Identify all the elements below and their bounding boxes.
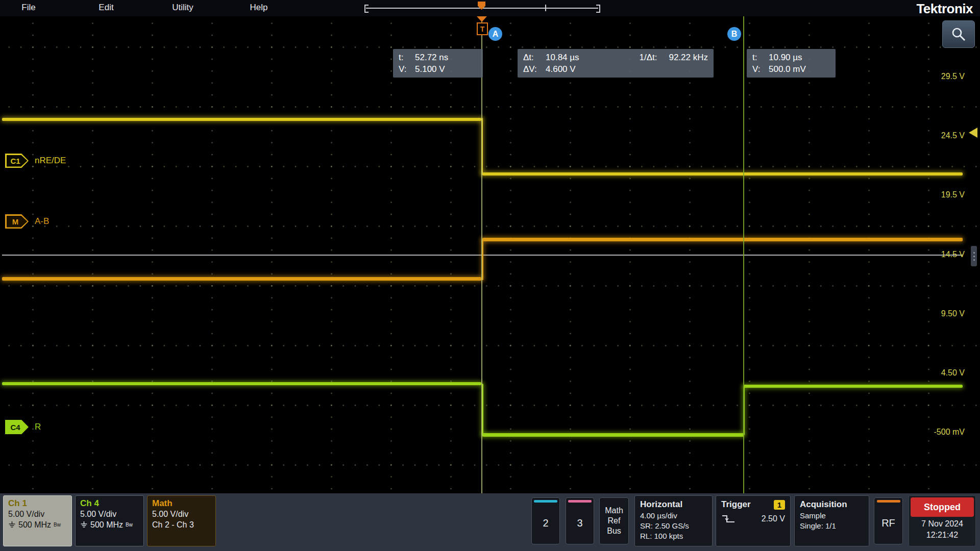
readout-a-t-label: t:: [399, 52, 415, 63]
rf-button-label: RF: [881, 503, 895, 544]
cursor-b-readout: t:10.90 µs V:500.0 mV: [747, 49, 836, 78]
cursor-b-line[interactable]: [743, 16, 744, 493]
acquisition-panel[interactable]: Acquisition Sample Single: 1/1: [794, 495, 869, 546]
menu-help[interactable]: Help: [250, 3, 268, 13]
tektronix-logo: Tektronix: [916, 1, 973, 17]
ch3-button[interactable]: 3: [566, 497, 594, 544]
readout-a-v-value: 5.100 V: [415, 63, 445, 75]
ch1-badge-title: Ch 1: [8, 498, 67, 509]
scale-label-19-5v: 19.5 V: [909, 190, 965, 199]
scale-label-29-5v: 29.5 V: [909, 72, 965, 81]
readout-a-t-value: 52.72 ns: [415, 52, 448, 63]
bottom-status-bar: Ch 1 5.00 V/div 500 MHzBw Ch 4 5.00 V/di…: [0, 493, 980, 551]
horizontal-scale: 4.00 µs/div: [640, 511, 707, 521]
run-status-panel: Stopped 7 Nov 2024 12:21:42: [909, 495, 976, 546]
ch1-trace-right: [482, 172, 963, 176]
menu-edit[interactable]: Edit: [99, 3, 113, 13]
math-trace-right: [482, 238, 963, 241]
cursor-a-readout: t:52.72 ns V:5.100 V: [393, 49, 483, 78]
trigger-flag[interactable]: T: [477, 22, 488, 35]
ch1-trace-left: [2, 118, 481, 121]
ch4-badge-scale: 5.00 V/div: [80, 509, 139, 519]
zoom-button[interactable]: [942, 20, 975, 48]
math-trace-label: A-B: [35, 216, 49, 227]
readout-b-t-value: 10.90 µs: [769, 52, 802, 63]
scale-label-14-5v: 14.5 V: [909, 250, 965, 259]
ch4-trace-label: R: [35, 422, 41, 432]
scale-label-4-50v: 4.50 V: [909, 368, 965, 378]
ground-icon: [8, 521, 16, 528]
math-tag[interactable]: M: [5, 214, 29, 229]
cursor-b-badge[interactable]: B: [727, 27, 741, 41]
math-badge-source: Ch 2 - Ch 3: [152, 519, 211, 530]
ch1-trace-label: nRE/DE: [35, 156, 66, 166]
trigger-source-badge: 1: [774, 500, 785, 510]
horizontal-panel[interactable]: Horizontal 4.00 µs/div SR: 2.50 GS/s RL:…: [634, 495, 713, 546]
math-trace-left: [2, 277, 481, 281]
acquisition-progress: Single: 1/1: [800, 521, 864, 531]
delta-readout: Δt:10.84 µs 1/Δt:92.22 kHz ΔV:4.600 V: [518, 49, 714, 78]
menu-file[interactable]: File: [21, 3, 35, 13]
readout-invdt-value: 92.22 kHz: [669, 52, 708, 63]
cursor-a-badge[interactable]: A: [488, 27, 502, 41]
math-badge[interactable]: Math 5.00 V/div Ch 2 - Ch 3: [147, 495, 216, 546]
readout-dv-value: 4.600 V: [546, 63, 576, 75]
scale-label-24-5v: 24.5 V: [909, 131, 965, 140]
ch4-trace-right: [744, 385, 963, 388]
ch3-button-label: 3: [577, 503, 582, 544]
scale-label-9-50v: 9.50 V: [909, 309, 965, 318]
readout-b-v-label: V:: [752, 63, 769, 75]
ch4-badge[interactable]: Ch 4 5.00 V/div 500 MHzBw: [75, 495, 144, 546]
mrb-label-bus: Bus: [607, 527, 621, 536]
ch1-badge-bw-sub: Bw: [54, 519, 61, 530]
ch2-button[interactable]: 2: [531, 497, 560, 544]
scale-label-neg500mv: -500 mV: [909, 428, 965, 437]
ch4-badge-title: Ch 4: [80, 498, 139, 509]
channel-level-arrow[interactable]: [969, 128, 977, 138]
math-badge-title: Math: [152, 498, 211, 509]
oscilloscope-screen: File Edit Utility Help Tektronix T A: [0, 0, 980, 551]
ch1-badge-scale: 5.00 V/div: [8, 509, 67, 519]
mrb-label-ref: Ref: [608, 516, 621, 525]
ch4-badge-bw-sub: Bw: [126, 519, 133, 530]
horizontal-sample-rate: SR: 2.50 GS/s: [640, 521, 707, 531]
readout-b-t-label: t:: [752, 52, 769, 63]
ch4-trace-mid: [482, 433, 744, 437]
ch1-tag[interactable]: C1: [5, 154, 29, 168]
math-badge-scale: 5.00 V/div: [152, 509, 211, 519]
ch4-trace-left: [2, 382, 481, 385]
ch2-button-label: 2: [543, 503, 548, 544]
cursor-a-line[interactable]: [481, 16, 482, 493]
horizontal-record-length: RL: 100 kpts: [640, 531, 707, 541]
slider-center-tick: [545, 5, 546, 11]
readout-dt-value: 10.84 µs: [546, 52, 579, 63]
mrb-label-math: Math: [605, 506, 623, 515]
date-display: 7 Nov 2024: [911, 518, 974, 530]
menu-utility[interactable]: Utility: [172, 3, 193, 13]
math-ref-bus-button[interactable]: Math Ref Bus: [599, 497, 629, 544]
ch1-badge-bandwidth: 500 MHz: [18, 519, 51, 530]
falling-edge-icon: [721, 514, 736, 524]
ground-icon: [80, 521, 88, 528]
slider-right-bracket: [596, 5, 600, 13]
menu-bar: File Edit Utility Help Tektronix: [0, 0, 980, 16]
trigger-point-arrow: [477, 16, 487, 22]
rf-button[interactable]: RF: [874, 497, 903, 544]
ch1-badge[interactable]: Ch 1 5.00 V/div 500 MHzBw: [3, 495, 72, 546]
acquisition-mode: Sample: [800, 511, 864, 521]
readout-invdt-label: 1/Δt:: [639, 52, 669, 63]
ch4-badge-bandwidth: 500 MHz: [90, 519, 123, 530]
waveform-display[interactable]: T A B t:52.72 ns V:5.100 V Δt:10.84 µs 1…: [0, 16, 980, 493]
readout-dv-label: ΔV:: [523, 63, 546, 75]
readout-dt-label: Δt:: [523, 52, 546, 63]
acquisition-title: Acquisition: [800, 498, 864, 511]
trigger-panel[interactable]: Trigger 1 2.50 V: [716, 495, 791, 546]
trigger-title: Trigger: [721, 498, 751, 511]
trigger-level: 2.50 V: [762, 514, 785, 524]
time-display: 12:21:42: [911, 529, 974, 541]
stopped-button[interactable]: Stopped: [911, 497, 974, 517]
right-scroll-handle[interactable]: [971, 246, 977, 266]
horizontal-title: Horizontal: [640, 498, 707, 511]
magnifier-icon: [951, 27, 966, 42]
ch4-tag[interactable]: C4: [5, 420, 29, 434]
